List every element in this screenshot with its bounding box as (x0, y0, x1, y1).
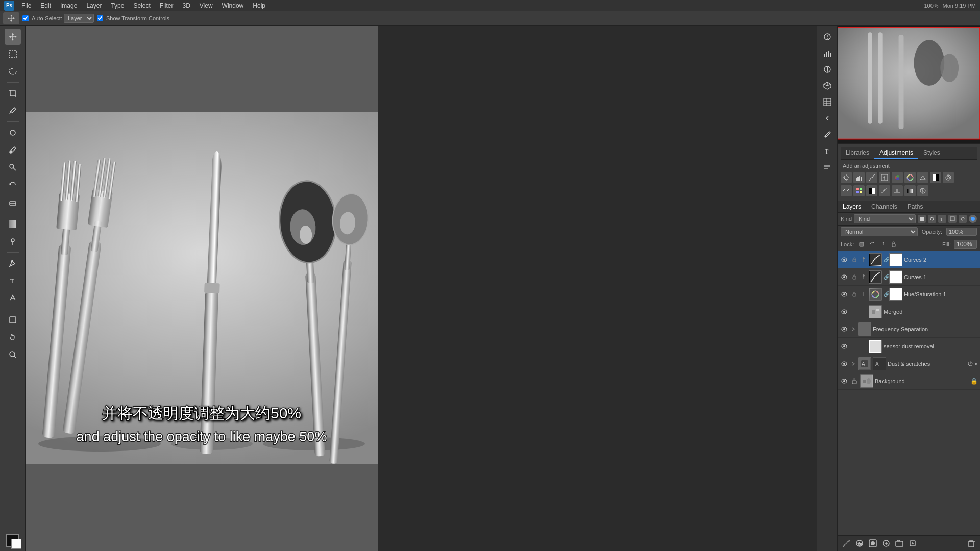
clone-stamp-tool[interactable] (5, 159, 21, 176)
layer-clip-merged[interactable] (860, 308, 867, 315)
shape-tool[interactable] (5, 312, 21, 328)
menu-help[interactable]: Help (249, 1, 270, 10)
layer-vis-merged[interactable] (840, 307, 849, 316)
layer-clip-curves2[interactable] (860, 256, 867, 263)
brush-tool[interactable] (5, 142, 21, 158)
layer-item-hue-sat[interactable]: 🔗 Hue/Saturation 1 (838, 286, 980, 303)
tab-channels[interactable]: Channels (866, 201, 902, 212)
side-icon-collapse[interactable] (820, 111, 835, 126)
layer-vis-hue-sat[interactable] (840, 290, 849, 299)
fill-value[interactable]: 100% (954, 240, 977, 249)
layer-vis-background[interactable] (840, 377, 849, 386)
layer-delete-btn[interactable] (966, 538, 977, 549)
kind-select[interactable]: Kind (854, 214, 916, 223)
menu-view[interactable]: View (195, 1, 217, 10)
adj-posterize-icon[interactable] (879, 185, 890, 196)
adj-invert-icon[interactable] (866, 185, 877, 196)
kind-filter-pixel[interactable] (918, 215, 926, 223)
layer-fx-btn[interactable]: fx (854, 538, 865, 549)
adj-vibrance-icon[interactable] (892, 172, 903, 183)
show-transform-checkbox[interactable] (97, 15, 103, 21)
zoom-tool[interactable] (5, 346, 21, 363)
menu-type[interactable]: Type (107, 1, 128, 10)
tab-styles[interactable]: Styles (918, 147, 945, 159)
lock-image-btn[interactable] (868, 240, 877, 249)
layer-vis-freq-sep[interactable] (840, 324, 849, 334)
kind-filter-active[interactable] (969, 215, 977, 223)
eraser-tool[interactable] (5, 194, 21, 210)
auto-select-dropdown[interactable]: Layer Group (64, 14, 94, 23)
adj-channelmixer-icon[interactable] (841, 185, 852, 196)
pen-tool[interactable] (5, 255, 21, 271)
hand-tool[interactable] (5, 329, 21, 345)
opacity-value[interactable]: 100% (946, 228, 977, 236)
lock-pixels-btn[interactable] (857, 240, 866, 249)
auto-select-checkbox[interactable] (22, 15, 29, 21)
layer-item-curves2[interactable]: 🔗 Curves 2 (838, 251, 980, 268)
text-tool[interactable]: T (5, 272, 21, 289)
layer-vis-dust-scratches[interactable] (840, 359, 849, 368)
crop-tool[interactable] (5, 85, 21, 102)
side-icon-properties[interactable] (820, 30, 835, 44)
kind-filter-shape[interactable] (948, 215, 957, 223)
layer-adj-btn[interactable] (880, 538, 892, 549)
side-icon-type[interactable]: T (820, 144, 835, 158)
path-select-tool[interactable] (5, 290, 21, 306)
layer-lock-curves1[interactable] (850, 273, 859, 281)
lasso-tool[interactable] (5, 63, 21, 80)
move-tool-options[interactable] (3, 12, 19, 24)
kind-filter-smart[interactable] (959, 215, 967, 223)
kind-filter-adjust[interactable] (928, 215, 936, 223)
lock-position-btn[interactable] (878, 240, 888, 249)
adj-levels-icon[interactable] (853, 172, 865, 183)
layer-lock-merged[interactable] (850, 308, 859, 316)
eyedropper-tool[interactable] (5, 103, 21, 119)
menu-layer[interactable]: Layer (82, 1, 106, 10)
adj-bw-icon[interactable] (930, 172, 941, 183)
layer-clip-hue-sat[interactable] (860, 291, 867, 298)
layer-vis-sensor-dust[interactable] (840, 342, 849, 351)
layer-right-icon-dust[interactable]: ▸ (975, 361, 978, 366)
adj-colorlookup-icon[interactable] (853, 185, 865, 196)
side-icon-brushes[interactable] (820, 128, 835, 142)
layer-group-btn[interactable] (894, 538, 905, 549)
background-color[interactable] (11, 539, 21, 549)
adj-gradient-map-icon[interactable] (904, 185, 916, 196)
layer-lock-sensor-dust[interactable] (850, 342, 859, 350)
layer-clip-curves1[interactable] (860, 273, 867, 281)
adj-brightness-icon[interactable] (841, 172, 852, 183)
layer-item-merged[interactable]: Merged (838, 303, 980, 320)
menu-edit[interactable]: Edit (36, 1, 55, 10)
layer-vis-curves2[interactable] (840, 255, 849, 264)
foreground-color[interactable] (6, 534, 19, 547)
select-tool[interactable] (5, 46, 21, 62)
layer-item-background[interactable]: Background 🔒 (838, 372, 980, 390)
dodge-tool[interactable] (5, 233, 21, 249)
menu-window[interactable]: Window (218, 1, 248, 10)
layer-item-curves1[interactable]: 🔗 Curves 1 (838, 268, 980, 286)
tab-libraries[interactable]: Libraries (841, 147, 874, 159)
blend-mode-select[interactable]: Normal Multiply Screen Overlay (841, 227, 918, 236)
layer-lock-hue-sat[interactable] (850, 290, 859, 298)
menu-image[interactable]: Image (56, 1, 81, 10)
menu-3d[interactable]: 3D (178, 1, 194, 10)
tab-adjustments[interactable]: Adjustments (874, 147, 918, 159)
kind-filter-text[interactable]: T (938, 215, 946, 223)
adj-curves-icon[interactable] (866, 172, 877, 183)
history-brush-tool[interactable] (5, 177, 21, 193)
layer-expand-dust-scratches[interactable] (850, 361, 856, 367)
layer-lock-curves2[interactable] (850, 256, 859, 264)
layer-lock-background[interactable] (850, 377, 859, 385)
side-icon-paragraph[interactable] (820, 160, 835, 174)
layer-expand-freq-sep[interactable] (850, 326, 856, 332)
adj-hue-icon[interactable] (904, 172, 916, 183)
menu-file[interactable]: File (17, 1, 35, 10)
side-icon-3d[interactable] (820, 79, 835, 93)
adj-exposure-icon[interactable] (879, 172, 890, 183)
gradient-tool[interactable] (5, 216, 21, 232)
layer-item-sensor-dust[interactable]: sensor dust removal (838, 338, 980, 355)
layer-item-freq-sep[interactable]: Frequency Separation (838, 320, 980, 338)
layer-item-dust-scratches[interactable]: A A Dust & scratches ▸ (838, 355, 980, 372)
layer-vis-curves1[interactable] (840, 272, 849, 282)
side-icon-table[interactable] (820, 95, 835, 109)
